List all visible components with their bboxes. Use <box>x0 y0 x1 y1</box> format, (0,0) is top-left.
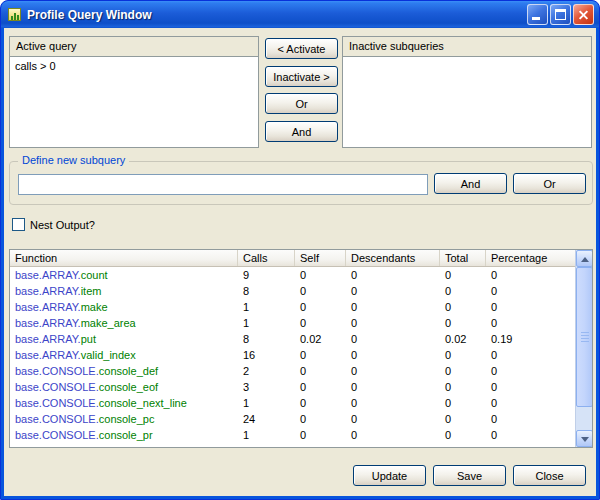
descendants-cell: 0 <box>346 379 440 395</box>
window-controls <box>527 4 594 25</box>
maximize-button[interactable] <box>550 4 571 25</box>
total-cell: 0 <box>440 379 486 395</box>
scroll-thumb[interactable] <box>576 267 593 407</box>
calls-cell: 2 <box>238 363 295 379</box>
and-subquery-button[interactable]: And <box>434 173 507 194</box>
descendants-cell: 0 <box>346 363 440 379</box>
nest-output-checkbox[interactable] <box>12 218 25 231</box>
column-header-percentage[interactable]: Percentage <box>486 250 575 266</box>
window-icon <box>7 7 23 23</box>
minimize-button[interactable] <box>527 4 548 25</box>
nest-output-label: Nest Output? <box>30 219 95 231</box>
scroll-down-button[interactable] <box>576 430 593 447</box>
arrow-up-icon <box>581 257 589 262</box>
descendants-cell: 0 <box>346 427 440 443</box>
window-icon-bar <box>11 16 13 20</box>
table-row[interactable]: base.ARRAY.make 1 0 0 0 0 <box>10 299 575 315</box>
scroll-track[interactable] <box>576 267 593 430</box>
total-cell: 0 <box>440 315 486 331</box>
function-cell: base.CONSOLE.console_eof <box>10 379 238 395</box>
column-header-self[interactable]: Self <box>295 250 346 266</box>
active-query-label: Active query <box>10 37 258 56</box>
table-row[interactable]: base.ARRAY.put 8 0.02 0 0.02 0.19 <box>10 331 575 347</box>
descendants-cell: 0 <box>346 283 440 299</box>
descendants-cell: 0 <box>346 331 440 347</box>
self-cell: 0 <box>295 347 346 363</box>
inactivate-button[interactable]: Inactivate > <box>265 66 338 87</box>
or-subquery-button[interactable]: Or <box>513 173 586 194</box>
table-row[interactable]: base.CONSOLE.console_pr 1 0 0 0 0 <box>10 427 575 443</box>
self-cell: 0.02 <box>295 331 346 347</box>
column-header-calls[interactable]: Calls <box>238 250 295 266</box>
active-query-list[interactable]: calls > 0 <box>10 56 258 147</box>
inactive-subqueries-panel: Inactive subqueries <box>342 36 592 148</box>
and-transfer-button[interactable]: And <box>265 121 338 142</box>
table-row[interactable]: base.ARRAY.make_area 1 0 0 0 0 <box>10 315 575 331</box>
table-row[interactable]: base.ARRAY.count 9 0 0 0 0 <box>10 267 575 283</box>
descendants-cell: 0 <box>346 347 440 363</box>
self-cell: 0 <box>295 315 346 331</box>
percentage-cell: 0 <box>486 299 575 315</box>
table-row[interactable]: base.CONSOLE.console_def 2 0 0 0 0 <box>10 363 575 379</box>
total-cell: 0 <box>440 363 486 379</box>
define-subquery-caption: Define new subquery <box>18 154 129 166</box>
column-header-total[interactable]: Total <box>440 250 486 266</box>
calls-cell: 8 <box>238 331 295 347</box>
nest-output-option[interactable]: Nest Output? <box>12 218 95 231</box>
inactive-subqueries-label: Inactive subqueries <box>343 37 591 56</box>
table-row[interactable]: base.ARRAY.item 8 0 0 0 0 <box>10 283 575 299</box>
percentage-cell: 0 <box>486 427 575 443</box>
total-cell: 0.02 <box>440 331 486 347</box>
window-icon-bar <box>17 15 19 20</box>
calls-cell: 3 <box>238 379 295 395</box>
close-dialog-button[interactable]: Close <box>513 465 586 486</box>
scroll-up-button[interactable] <box>576 250 593 267</box>
active-query-item[interactable]: calls > 0 <box>10 57 258 75</box>
table-header: Function Calls Self Descendants Total Pe… <box>10 250 575 267</box>
calls-cell: 1 <box>238 299 295 315</box>
subquery-input[interactable] <box>18 174 428 195</box>
self-cell: 0 <box>295 299 346 315</box>
self-cell: 0 <box>295 283 346 299</box>
table-row[interactable]: base.CONSOLE.console_pc 24 0 0 0 0 <box>10 411 575 427</box>
column-header-function[interactable]: Function <box>10 250 238 266</box>
percentage-cell: 0 <box>486 379 575 395</box>
minimize-icon <box>532 17 540 20</box>
function-cell: base.CONSOLE.console_pc <box>10 411 238 427</box>
function-cell: base.ARRAY.valid_index <box>10 347 238 363</box>
self-cell: 0 <box>295 363 346 379</box>
total-cell: 0 <box>440 299 486 315</box>
maximize-icon <box>555 9 566 20</box>
percentage-cell: 0 <box>486 395 575 411</box>
table-row[interactable]: base.CONSOLE.console_eof 3 0 0 0 0 <box>10 379 575 395</box>
inactive-subqueries-list[interactable] <box>343 56 591 147</box>
or-transfer-button[interactable]: Or <box>265 93 338 114</box>
descendants-cell: 0 <box>346 411 440 427</box>
close-button[interactable] <box>573 4 594 25</box>
self-cell: 0 <box>295 411 346 427</box>
self-cell: 0 <box>295 427 346 443</box>
title-bar[interactable]: Profile Query Window <box>1 1 599 28</box>
descendants-cell: 0 <box>346 315 440 331</box>
self-cell: 0 <box>295 379 346 395</box>
function-cell: base.ARRAY.put <box>10 331 238 347</box>
activate-button[interactable]: < Activate <box>265 38 338 59</box>
update-button[interactable]: Update <box>353 465 426 486</box>
function-cell: base.CONSOLE.console_next_line <box>10 395 238 411</box>
column-header-descendants[interactable]: Descendants <box>346 250 440 266</box>
percentage-cell: 0 <box>486 347 575 363</box>
table-body[interactable]: base.ARRAY.count 9 0 0 0 0 base.ARRAY.it… <box>10 267 575 447</box>
scroll-thumb-grip-icon <box>581 332 589 342</box>
table-row[interactable]: base.CONSOLE.console_next_line 1 0 0 0 0 <box>10 395 575 411</box>
total-cell: 0 <box>440 395 486 411</box>
function-cell: base.CONSOLE.console_pr <box>10 427 238 443</box>
total-cell: 0 <box>440 411 486 427</box>
calls-cell: 1 <box>238 395 295 411</box>
define-subquery-group: Define new subquery And Or <box>9 161 593 205</box>
vertical-scrollbar[interactable] <box>575 250 592 447</box>
function-cell: base.ARRAY.item <box>10 283 238 299</box>
table-row[interactable]: base.ARRAY.valid_index 16 0 0 0 0 <box>10 347 575 363</box>
save-button[interactable]: Save <box>433 465 506 486</box>
calls-cell: 1 <box>238 427 295 443</box>
function-cell: base.ARRAY.count <box>10 267 238 283</box>
